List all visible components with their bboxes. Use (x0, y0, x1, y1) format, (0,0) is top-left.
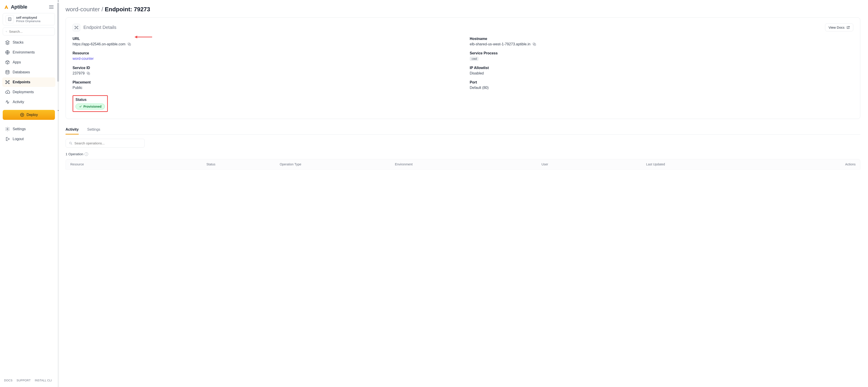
svg-point-14 (77, 26, 78, 27)
scroll-up-icon[interactable]: ▴ (57, 0, 59, 2)
sidebar-item-activity[interactable]: Activity (2, 97, 55, 107)
field-label: Port (470, 80, 853, 84)
th-environment: Environment (395, 163, 541, 166)
th-actions: Actions (772, 163, 856, 166)
svg-point-16 (77, 28, 78, 29)
field-value: Public (72, 86, 83, 90)
endpoint-details-panel: Endpoint Details View Docs URL https://a… (66, 17, 860, 119)
sidebar-search[interactable] (3, 28, 55, 35)
field-value: Default (80) (470, 86, 489, 90)
primary-nav: Stacks Environments Apps Databases Endpo… (2, 38, 55, 107)
sidebar-item-settings[interactable]: Settings (2, 124, 55, 134)
footer-link-install-cli[interactable]: INSTALL CLI (35, 379, 52, 382)
th-user: User (541, 163, 646, 166)
copy-icon[interactable] (127, 42, 131, 46)
field-label: Hostname (470, 37, 853, 41)
main-content: word-counter / Endpoint: 79273 Endpoint … (58, 0, 868, 387)
svg-point-10 (7, 129, 8, 130)
svg-point-3 (6, 70, 9, 72)
globe-icon (5, 50, 10, 55)
annotation-arrow (134, 35, 152, 39)
tab-settings[interactable]: Settings (87, 125, 100, 135)
th-resource: Resource (70, 163, 206, 166)
field-label: Service Process (470, 51, 853, 55)
field-placement: Placement Public (72, 80, 456, 90)
sidebar-item-deployments[interactable]: Deployments (2, 87, 55, 97)
sidebar-item-apps[interactable]: Apps (2, 58, 55, 67)
endpoint-icon (5, 80, 10, 84)
org-user: Prince Onyeanuna (16, 20, 40, 23)
brand[interactable]: Aptible (4, 4, 27, 10)
code-chip: cmd (470, 57, 478, 61)
copy-icon[interactable] (86, 71, 90, 75)
sidebar-item-environments[interactable]: Environments (2, 47, 55, 57)
field-service-id: Service ID 237979 (72, 66, 456, 75)
field-label: IP Allowlist (470, 66, 853, 70)
resource-link[interactable]: word-counter (72, 57, 94, 61)
field-value: Disabled (470, 71, 484, 75)
field-port: Port Default (80) (470, 80, 853, 90)
logout-icon (5, 137, 10, 141)
breadcrumb-id: 79273 (134, 6, 150, 13)
footer-link-support[interactable]: SUPPORT (17, 379, 31, 382)
cloud-up-icon (5, 90, 10, 95)
field-value: 237979 (72, 71, 85, 75)
sidebar-item-databases[interactable]: Databases (2, 67, 55, 77)
sidebar-item-stacks[interactable]: Stacks (2, 38, 55, 47)
svg-point-15 (75, 28, 75, 29)
status-text: Provisioned (84, 105, 101, 108)
sidebar-item-label: Stacks (13, 40, 24, 44)
footer-link-docs[interactable]: DOCS (4, 379, 12, 382)
svg-point-5 (6, 80, 6, 81)
svg-rect-0 (8, 17, 11, 21)
building-icon (6, 15, 14, 23)
view-docs-button[interactable]: View Docs (825, 24, 853, 31)
breadcrumb-app[interactable]: word-counter (66, 6, 100, 13)
operations-search[interactable] (66, 139, 145, 148)
operation-count-text: 1 Operation (66, 152, 83, 156)
external-link-icon (846, 26, 850, 29)
brand-text: Aptible (11, 4, 27, 10)
scroll-down-icon[interactable]: ▾ (57, 109, 59, 112)
field-value: https://app-62546.on-aptible.com (72, 42, 125, 46)
sidebar-item-endpoints[interactable]: Endpoints (2, 77, 55, 87)
field-service-process: Service Process cmd (470, 51, 853, 61)
org-switcher[interactable]: self employed Prince Onyeanuna (3, 13, 55, 25)
operation-count: 1 Operation i (66, 152, 860, 156)
sidebar-item-logout[interactable]: Logout (2, 134, 55, 144)
hamburger-icon[interactable] (49, 4, 54, 10)
sidebar-scrollbar[interactable] (57, 1, 59, 387)
sidebar-item-label: Settings (13, 127, 26, 131)
endpoint-panel-icon (72, 24, 80, 31)
sidebar-item-label: Databases (13, 70, 30, 74)
sidebar-search-input[interactable] (9, 30, 52, 33)
svg-point-7 (6, 83, 6, 84)
field-resource: Resource word-counter (72, 51, 456, 61)
deploy-button-label: Deploy (27, 113, 38, 117)
copy-icon[interactable] (532, 42, 536, 46)
field-label: Status (75, 98, 105, 102)
sidebar-item-label: Endpoints (13, 80, 30, 84)
field-url: URL https://app-62546.on-aptible.com (72, 37, 456, 46)
sidebar: ▴ ▾ Aptible self employed Prince Onyeanu… (0, 0, 58, 387)
th-operation-type: Operation Type (280, 163, 395, 166)
plus-circle-icon (20, 113, 24, 117)
field-label: Placement (72, 80, 456, 84)
table-header: Resource Status Operation Type Environme… (66, 159, 860, 170)
field-value: elb-shared-us-west-1-79273.aptible.in (470, 42, 530, 46)
svg-point-23 (70, 142, 71, 144)
check-icon (79, 105, 82, 108)
tabs: Activity Settings (66, 125, 860, 135)
breadcrumb-sep: / (101, 6, 103, 13)
deploy-button[interactable]: Deploy (3, 110, 55, 120)
field-label: Service ID (72, 66, 456, 70)
operations-search-input[interactable] (74, 141, 141, 145)
search-icon (6, 30, 7, 33)
svg-point-8 (8, 83, 9, 84)
svg-point-13 (75, 26, 75, 27)
database-icon (5, 70, 10, 75)
info-icon[interactable]: i (85, 152, 88, 156)
svg-point-1 (6, 31, 7, 32)
th-status: Status (206, 163, 280, 166)
tab-activity[interactable]: Activity (66, 125, 79, 135)
